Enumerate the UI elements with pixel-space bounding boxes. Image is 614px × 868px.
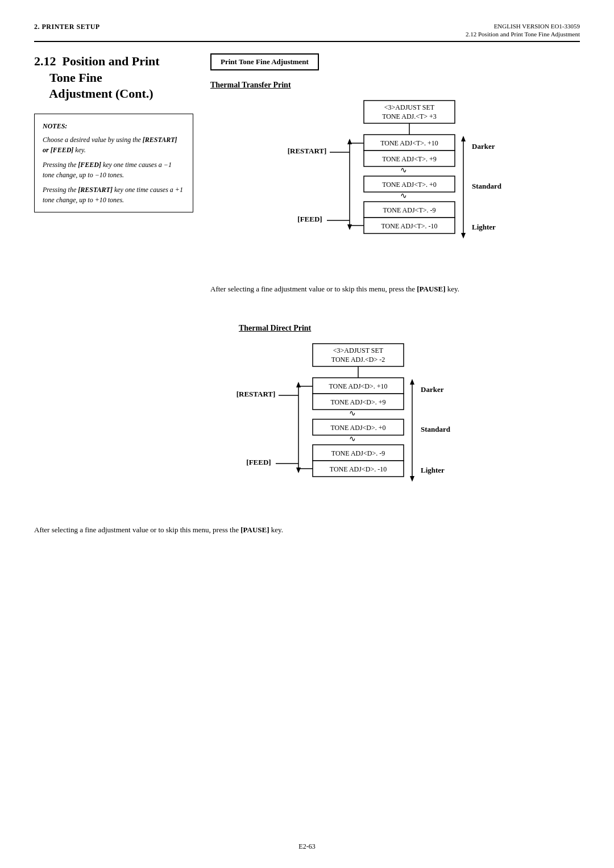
- svg-text:[RESTART]: [RESTART]: [237, 390, 276, 398]
- pause-paragraph-2: After selecting a fine adjustment value …: [34, 524, 580, 536]
- svg-text:∿: ∿: [400, 166, 407, 174]
- thermal-transfer-title: Thermal Transfer Print: [210, 81, 580, 90]
- svg-marker-50: [296, 382, 301, 387]
- svg-text:[RESTART]: [RESTART]: [288, 147, 327, 155]
- header-version: ENGLISH VERSION EO1-33059: [466, 23, 580, 30]
- svg-marker-26: [461, 136, 466, 141]
- svg-text:Standard: Standard: [472, 182, 502, 190]
- svg-text:Darker: Darker: [472, 142, 495, 151]
- notes-box: NOTES: Choose a desired value by using t…: [34, 114, 193, 212]
- page-header: 2. PRINTER SETUP ENGLISH VERSION EO1-330…: [34, 23, 580, 42]
- svg-text:TONE ADJ<T>. -10: TONE ADJ<T>. -10: [381, 222, 438, 230]
- main-content: 2.12 Position and Print Tone Fine Adjust…: [34, 53, 580, 312]
- svg-text:TONE ADJ.<D> -2: TONE ADJ.<D> -2: [331, 356, 385, 364]
- right-column: Print Tone Fine Adjustment Thermal Trans…: [210, 53, 580, 312]
- svg-text:Lighter: Lighter: [472, 223, 496, 231]
- header-right: ENGLISH VERSION EO1-33059 2.12 Position …: [466, 23, 580, 37]
- svg-text:[FEED]: [FEED]: [246, 458, 271, 466]
- svg-text:[FEED]: [FEED]: [297, 215, 322, 223]
- svg-text:TONE ADJ<D>. +10: TONE ADJ<D>. +10: [329, 382, 387, 390]
- thermal-direct-title: Thermal Direct Print: [239, 324, 580, 333]
- svg-text:∿: ∿: [349, 435, 356, 443]
- print-tone-label: Print Tone Fine Adjustment: [210, 53, 580, 81]
- svg-marker-58: [410, 476, 414, 482]
- svg-marker-57: [410, 379, 414, 385]
- section-heading: 2.12 Position and Print Tone Fine Adjust…: [34, 53, 193, 102]
- svg-text:TONE ADJ<T>. +10: TONE ADJ<T>. +10: [380, 139, 438, 147]
- thermal-transfer-diagram: <3>ADJUST SET TONE ADJ.<T> +3 TONE ADJ<T…: [210, 98, 580, 273]
- svg-text:TONE ADJ<D>. +9: TONE ADJ<D>. +9: [330, 398, 385, 406]
- svg-text:∿: ∿: [349, 409, 356, 418]
- svg-text:Lighter: Lighter: [421, 466, 445, 474]
- svg-text:TONE ADJ<T>. +9: TONE ADJ<T>. +9: [382, 155, 437, 163]
- svg-text:TONE ADJ<D>. +0: TONE ADJ<D>. +0: [330, 424, 385, 432]
- svg-marker-27: [461, 233, 466, 239]
- header-subsection: 2.12 Position and Print Tone Fine Adjust…: [466, 31, 580, 37]
- page-number: E2-63: [298, 842, 315, 850]
- svg-text:∿: ∿: [400, 191, 407, 200]
- svg-text:TONE ADJ<D>. -9: TONE ADJ<D>. -9: [331, 449, 385, 457]
- left-column: 2.12 Position and Print Tone Fine Adjust…: [34, 53, 193, 312]
- svg-text:TONE ADJ.<T> +3: TONE ADJ.<T> +3: [382, 112, 437, 120]
- svg-text:TONE ADJ<T>. +0: TONE ADJ<T>. +0: [382, 181, 437, 189]
- thermal-direct-svg: <3>ADJUST SET TONE ADJ.<D> -2 TONE ADJ<D…: [159, 341, 455, 514]
- pause-paragraph-1: After selecting a fine adjustment value …: [210, 283, 580, 295]
- header-section-title: 2. PRINTER SETUP: [34, 23, 100, 31]
- svg-marker-19: [347, 139, 352, 144]
- notes-title: NOTES:: [43, 121, 185, 131]
- svg-text:<3>ADJUST SET: <3>ADJUST SET: [333, 347, 384, 354]
- svg-text:TONE ADJ<D>. -10: TONE ADJ<D>. -10: [330, 465, 387, 473]
- thermal-transfer-svg: <3>ADJUST SET TONE ADJ.<T> +3 TONE ADJ<T…: [210, 98, 506, 271]
- svg-text:TONE ADJ<T>. -9: TONE ADJ<T>. -9: [383, 206, 436, 214]
- thermal-direct-section: Thermal Direct Print <3>ADJUST SET TONE …: [34, 324, 580, 536]
- svg-text:Darker: Darker: [421, 385, 444, 394]
- svg-text:Standard: Standard: [421, 425, 451, 433]
- notes-text: Choose a desired value by using the [RES…: [43, 135, 185, 205]
- thermal-direct-diagram-wrapper: <3>ADJUST SET TONE ADJ.<D> -2 TONE ADJ<D…: [34, 341, 580, 514]
- svg-marker-51: [296, 468, 301, 473]
- page-footer: E2-63: [0, 842, 614, 851]
- svg-marker-20: [347, 224, 352, 230]
- svg-text:<3>ADJUST SET: <3>ADJUST SET: [384, 103, 435, 111]
- page: 2. PRINTER SETUP ENGLISH VERSION EO1-330…: [0, 0, 614, 868]
